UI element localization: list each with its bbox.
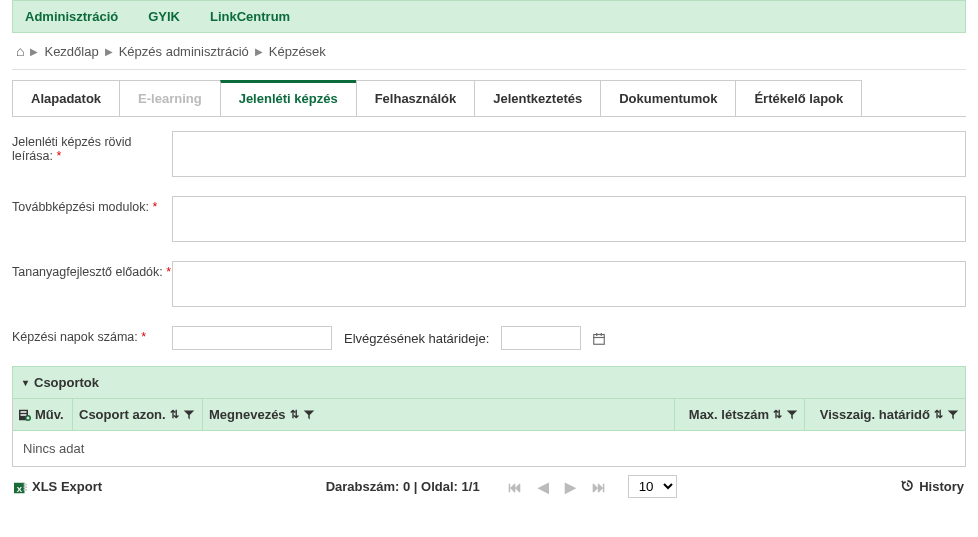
panel-csoportok-header[interactable]: ▾ Csoportok [12,366,966,399]
label-modules: Továbbképzési modulok: * [12,196,172,214]
col-max: Max. létszám [689,407,769,422]
label-desc: Jelenléti képzés rövid leírása: * [12,131,172,163]
history-label: History [919,479,964,494]
form-area: Jelenléti képzés rövid leírása: * Tovább… [12,117,966,520]
table-footer: X XLS Export Darabszám: 0 | Oldal: 1/1 ⏮… [12,467,966,506]
required-icon: * [141,330,146,344]
breadcrumb: ⌂ ▶ Kezdőlap ▶ Képzés adminisztráció ▶ K… [12,33,966,70]
col-muv: Műv. [35,407,64,422]
tab-felhasznalok[interactable]: Felhasználók [356,80,476,116]
xls-export-button[interactable]: X XLS Export [14,478,102,494]
xls-label: XLS Export [32,479,102,494]
calendar-icon[interactable] [593,330,605,346]
chevron-right-icon: ▶ [105,46,113,57]
history-button[interactable]: History [900,478,964,496]
pager-first-icon[interactable]: ⏮ [504,477,526,497]
chevron-down-icon: ▾ [23,377,28,388]
filter-icon[interactable] [183,408,195,421]
svg-rect-5 [21,411,27,413]
top-nav: Adminisztráció GYIK LinkCentrum [12,0,966,33]
input-desc[interactable] [172,131,966,177]
label-days: Képzési napok száma: * [12,326,172,344]
required-icon: * [56,149,61,163]
svg-rect-13 [24,486,28,488]
required-icon: * [166,265,171,279]
col-azon: Csoport azon. [79,407,166,422]
svg-rect-0 [594,335,605,345]
input-lecturers[interactable] [172,261,966,307]
sort-icon[interactable]: ⇅ [290,408,299,421]
pager-prev-icon[interactable]: ◀ [534,477,553,497]
col-megnev: Megnevezés [209,407,286,422]
breadcrumb-home[interactable]: Kezdőlap [44,44,98,59]
svg-rect-14 [24,489,28,491]
history-icon [900,478,915,496]
chevron-right-icon: ▶ [255,46,263,57]
input-days[interactable] [172,326,332,350]
filter-icon[interactable] [947,408,959,421]
table-empty-row: Nincs adat [13,431,965,466]
label-lecturers: Tananyagfejlesztő előadók: * [12,261,172,279]
col-hat: Visszaig. határidő [820,407,930,422]
input-deadline[interactable] [501,326,581,350]
chevron-right-icon: ▶ [30,46,38,57]
filter-icon[interactable] [303,408,315,421]
pager-last-icon[interactable]: ⏭ [588,477,610,497]
page-size-select[interactable]: 10 [628,475,677,498]
count-info: Darabszám: 0 | Oldal: 1/1 [326,479,480,494]
svg-rect-6 [21,414,27,416]
tab-jelenleti[interactable]: Jelenléti képzés [220,80,357,116]
home-icon[interactable]: ⌂ [16,43,24,59]
add-row-icon[interactable] [19,408,31,421]
tab-dokumentumok[interactable]: Dokumentumok [600,80,736,116]
sort-icon[interactable]: ⇅ [170,408,179,421]
svg-rect-12 [24,483,28,485]
panel-title: Csoportok [34,375,99,390]
nav-faq[interactable]: GYIK [148,9,180,24]
svg-text:X: X [17,484,23,493]
tab-alapadatok[interactable]: Alapadatok [12,80,120,116]
excel-icon: X [14,478,28,494]
table-header: Műv. Csoport azon. ⇅ Megnevezés ⇅ [13,399,965,431]
input-modules[interactable] [172,196,966,242]
table-csoportok: Műv. Csoport azon. ⇅ Megnevezés ⇅ [12,399,966,467]
tab-ertekelo[interactable]: Értékelő lapok [735,80,862,116]
breadcrumb-level1[interactable]: Képzés adminisztráció [119,44,249,59]
label-deadline: Elvégzésének határideje: [344,331,489,346]
sort-icon[interactable]: ⇅ [934,408,943,421]
tab-jelentkeztetes[interactable]: Jelentkeztetés [474,80,601,116]
nav-linkcentrum[interactable]: LinkCentrum [210,9,290,24]
breadcrumb-level2[interactable]: Képzések [269,44,326,59]
pager-next-icon[interactable]: ▶ [561,477,580,497]
sort-icon[interactable]: ⇅ [773,408,782,421]
required-icon: * [152,200,157,214]
svg-line-16 [908,485,910,486]
nav-admin[interactable]: Adminisztráció [25,9,118,24]
filter-icon[interactable] [786,408,798,421]
tab-bar: Alapadatok E-learning Jelenléti képzés F… [12,80,966,117]
tab-elearning[interactable]: E-learning [119,80,221,116]
